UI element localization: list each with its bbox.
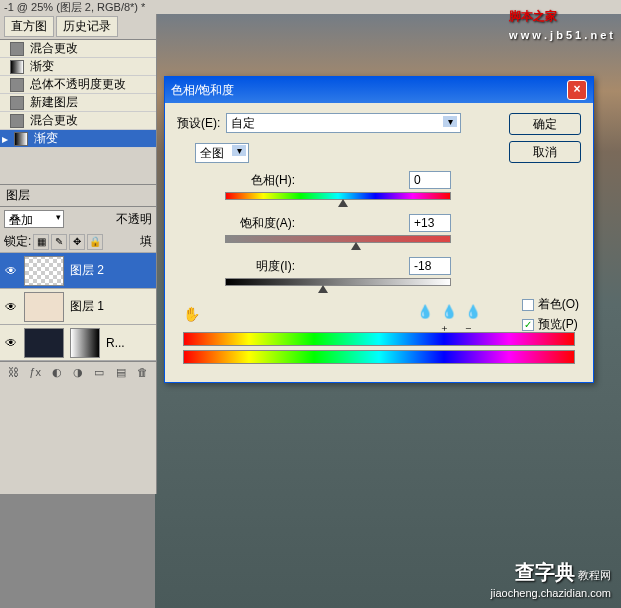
history-step-icon <box>10 78 24 92</box>
lock-label: 锁定: <box>4 233 31 250</box>
lightness-slider-thumb[interactable] <box>318 285 328 293</box>
close-button[interactable]: × <box>567 80 587 100</box>
saturation-slider[interactable] <box>225 235 451 243</box>
layers-footer: ⛓ ƒx ◐ ◑ ▭ ▤ 🗑 <box>0 361 156 384</box>
preset-select[interactable]: 自定 <box>226 113 461 133</box>
history-step-label: 混合更改 <box>30 40 78 57</box>
trash-icon[interactable]: 🗑 <box>135 366 150 380</box>
history-item[interactable]: 总体不透明度更改 <box>0 76 156 94</box>
history-step-icon <box>14 132 28 146</box>
channel-select[interactable]: 全图 <box>195 143 249 163</box>
history-step-label: 总体不透明度更改 <box>30 76 126 93</box>
lock-row: 锁定: ▦ ✎ ✥ 🔒 填 <box>0 231 156 253</box>
layer-row[interactable]: 👁 图层 1 <box>0 289 156 325</box>
history-list: 混合更改渐变总体不透明度更改新建图层混合更改▸渐变 <box>0 40 156 148</box>
fx-icon[interactable]: ƒx <box>27 366 42 380</box>
cancel-button[interactable]: 取消 <box>509 141 581 163</box>
lock-move-icon[interactable]: ✥ <box>69 234 85 250</box>
preview-label: 预览(P) <box>538 316 578 333</box>
history-step-label: 混合更改 <box>30 112 78 129</box>
hue-input[interactable] <box>409 171 451 189</box>
layer-name[interactable]: R... <box>106 336 125 350</box>
watermark-bottom: 查字典 教程网 jiaocheng.chazidian.com <box>491 559 611 600</box>
dialog-title-text: 色相/饱和度 <box>171 82 234 99</box>
history-step-icon <box>10 96 24 110</box>
lightness-slider[interactable] <box>225 278 451 286</box>
new-layer-icon[interactable]: ▤ <box>113 366 128 380</box>
layer-mask-thumbnail[interactable] <box>70 328 100 358</box>
hue-spectrum-after <box>183 350 575 364</box>
saturation-input[interactable] <box>409 214 451 232</box>
history-step-label: 新建图层 <box>30 94 78 111</box>
lock-brush-icon[interactable]: ✎ <box>51 234 67 250</box>
layers-panel-title: 图层 <box>0 184 156 207</box>
history-step-label: 渐变 <box>30 58 54 75</box>
colorize-label: 着色(O) <box>538 296 579 313</box>
tab-histogram[interactable]: 直方图 <box>4 16 54 37</box>
colorize-checkbox[interactable] <box>522 299 534 311</box>
folder-icon[interactable]: ▭ <box>92 366 107 380</box>
history-item[interactable]: ▸渐变 <box>0 130 156 148</box>
layer-row[interactable]: 👁 图层 2 <box>0 253 156 289</box>
lightness-input[interactable] <box>409 257 451 275</box>
ok-button[interactable]: 确定 <box>509 113 581 135</box>
saturation-label: 饱和度(A): <box>225 215 295 232</box>
hue-spectrum-before <box>183 332 575 346</box>
visibility-icon[interactable]: 👁 <box>4 264 18 278</box>
eyedropper-subtract-icon[interactable]: 💧₋ <box>465 304 481 320</box>
blend-mode-row: 叠加 不透明 <box>0 207 156 231</box>
layer-thumbnail[interactable] <box>24 328 64 358</box>
side-panels: 直方图 历史记录 混合更改渐变总体不透明度更改新建图层混合更改▸渐变 图层 叠加… <box>0 14 157 494</box>
lock-all-icon[interactable]: 🔒 <box>87 234 103 250</box>
eyedropper-add-icon[interactable]: 💧₊ <box>441 304 457 320</box>
layer-name[interactable]: 图层 2 <box>70 262 104 279</box>
history-item[interactable]: 混合更改 <box>0 112 156 130</box>
watermark-top: 脚本之家 w w w . j b 5 1 . n e t <box>509 6 613 43</box>
layer-name[interactable]: 图层 1 <box>70 298 104 315</box>
adjustment-icon[interactable]: ◑ <box>70 366 85 380</box>
history-item[interactable]: 混合更改 <box>0 40 156 58</box>
visibility-icon[interactable]: 👁 <box>4 300 18 314</box>
blend-mode-select[interactable]: 叠加 <box>4 210 64 228</box>
scrubby-hand-icon[interactable]: ✋ <box>183 306 200 322</box>
eyedropper-icon[interactable]: 💧 <box>417 304 433 320</box>
history-panel-tabs: 直方图 历史记录 <box>0 14 156 40</box>
layer-row[interactable]: 👁 R... <box>0 325 156 361</box>
hue-slider-thumb[interactable] <box>338 199 348 207</box>
preview-checkbox[interactable]: ✓ <box>522 319 534 331</box>
tab-history[interactable]: 历史记录 <box>56 16 118 37</box>
layer-thumbnail[interactable] <box>24 256 64 286</box>
lightness-label: 明度(I): <box>225 258 295 275</box>
preset-label: 预设(E): <box>177 115 220 132</box>
hue-slider[interactable] <box>225 192 451 200</box>
layer-thumbnail[interactable] <box>24 292 64 322</box>
history-step-icon <box>10 42 24 56</box>
link-icon[interactable]: ⛓ <box>6 366 21 380</box>
history-step-icon <box>10 60 24 74</box>
mask-icon[interactable]: ◐ <box>49 366 64 380</box>
fill-label: 填 <box>140 233 152 250</box>
lock-transparent-icon[interactable]: ▦ <box>33 234 49 250</box>
opacity-label: 不透明 <box>116 211 152 228</box>
visibility-icon[interactable]: 👁 <box>4 336 18 350</box>
saturation-slider-thumb[interactable] <box>351 242 361 250</box>
history-step-icon <box>10 114 24 128</box>
history-item[interactable]: 渐变 <box>0 58 156 76</box>
hue-label: 色相(H): <box>225 172 295 189</box>
history-item[interactable]: 新建图层 <box>0 94 156 112</box>
hue-saturation-dialog: 色相/饱和度 × 预设(E): 自定 确定 取消 全图 色相(H): 饱 <box>164 76 594 383</box>
dialog-titlebar[interactable]: 色相/饱和度 × <box>165 77 593 103</box>
history-step-label: 渐变 <box>34 130 58 147</box>
